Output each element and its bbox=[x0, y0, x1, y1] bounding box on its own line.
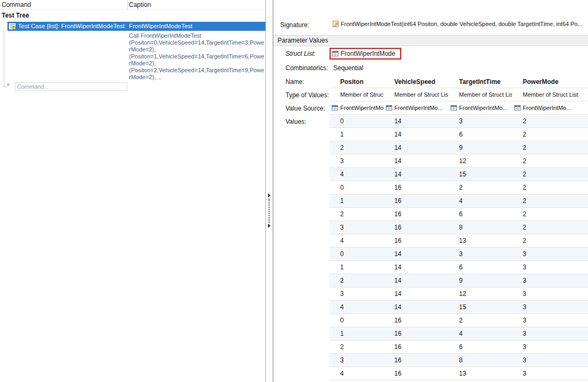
splitter-grip[interactable] bbox=[269, 199, 270, 223]
value-cell[interactable]: 3 bbox=[512, 248, 588, 261]
type-of-values-cell[interactable]: Member of Struct List bbox=[448, 88, 512, 101]
value-cell[interactable]: 2 bbox=[330, 341, 384, 354]
struct-list-value[interactable]: FrontWiperIntMode bbox=[330, 48, 401, 60]
value-cell[interactable]: 3 bbox=[512, 367, 588, 380]
value-cell[interactable]: 2 bbox=[448, 314, 512, 327]
value-cell[interactable]: 2 bbox=[330, 141, 384, 155]
splitter-collapse-arrow[interactable] bbox=[268, 193, 271, 198]
value-source-cell[interactable]: FrontWiperIntMo... bbox=[330, 101, 384, 115]
new-command-input[interactable]: Command... bbox=[15, 82, 127, 91]
value-cell[interactable]: 16 bbox=[384, 194, 448, 208]
value-cell[interactable]: 0 bbox=[330, 181, 384, 194]
value-source-label: Value Source: bbox=[273, 101, 330, 115]
value-cell[interactable]: 1 bbox=[330, 194, 384, 208]
tree-node-test-case[interactable]: Test Case [list]: FrontWiperIntModeTest … bbox=[7, 22, 265, 31]
value-cell[interactable]: 2 bbox=[512, 221, 588, 234]
type-of-values-cell[interactable]: Member of Struct List bbox=[330, 88, 384, 101]
value-cell[interactable]: 12 bbox=[448, 155, 512, 168]
value-cell[interactable]: 1 bbox=[330, 261, 384, 274]
value-cell[interactable]: 2 bbox=[448, 181, 512, 194]
value-cell[interactable]: 16 bbox=[384, 208, 448, 221]
value-cell[interactable]: 0 bbox=[330, 314, 384, 327]
value-cell[interactable]: 3 bbox=[512, 354, 588, 367]
value-cell[interactable]: 2 bbox=[512, 234, 588, 248]
value-cell[interactable]: 4 bbox=[448, 194, 512, 208]
value-cell[interactable]: 14 bbox=[384, 287, 448, 301]
value-cell[interactable]: 14 bbox=[384, 141, 448, 155]
value-source-cell[interactable]: FrontWiperIntMo... bbox=[384, 101, 448, 115]
value-cell[interactable]: 8 bbox=[448, 221, 512, 234]
value-cell[interactable]: 2 bbox=[512, 115, 588, 128]
value-cell[interactable]: 4 bbox=[448, 327, 512, 341]
value-cell[interactable]: 6 bbox=[448, 261, 512, 274]
value-cell[interactable]: 3 bbox=[330, 155, 384, 168]
value-cell[interactable]: 8 bbox=[448, 354, 512, 367]
value-cell[interactable]: 16 bbox=[384, 354, 448, 367]
value-cell[interactable]: 3 bbox=[512, 314, 588, 327]
value-cell[interactable]: 3 bbox=[512, 274, 588, 287]
panel-splitter[interactable] bbox=[266, 0, 273, 382]
value-cell[interactable]: 14 bbox=[384, 301, 448, 314]
value-cell[interactable]: 9 bbox=[448, 274, 512, 287]
value-cell[interactable]: 2 bbox=[330, 208, 384, 221]
value-cell[interactable]: 9 bbox=[448, 141, 512, 155]
value-cell[interactable]: 6 bbox=[448, 341, 512, 354]
value-cell[interactable]: 3 bbox=[512, 301, 588, 314]
column-separator[interactable] bbox=[127, 0, 128, 10]
values-row: 01623 bbox=[273, 314, 588, 327]
value-cell[interactable]: 3 bbox=[448, 115, 512, 128]
value-cell[interactable]: 6 bbox=[448, 128, 512, 141]
value-cell[interactable]: 4 bbox=[330, 301, 384, 314]
value-cell[interactable]: 16 bbox=[384, 341, 448, 354]
value-cell[interactable]: 13 bbox=[448, 234, 512, 248]
value-cell[interactable]: 4 bbox=[330, 168, 384, 181]
value-cell[interactable]: 16 bbox=[384, 221, 448, 234]
value-cell[interactable]: 0 bbox=[330, 115, 384, 128]
value-cell[interactable]: 3 bbox=[330, 354, 384, 367]
value-cell[interactable]: 12 bbox=[448, 287, 512, 301]
value-cell[interactable]: 16 bbox=[384, 234, 448, 248]
value-cell[interactable]: 14 bbox=[384, 248, 448, 261]
value-cell[interactable]: 14 bbox=[384, 261, 448, 274]
combinatorics-value[interactable]: Sequential bbox=[333, 64, 364, 72]
value-cell[interactable]: 3 bbox=[512, 287, 588, 301]
value-cell[interactable]: 3 bbox=[330, 287, 384, 301]
value-cell[interactable]: 2 bbox=[512, 155, 588, 168]
value-cell[interactable]: 1 bbox=[330, 128, 384, 141]
value-cell[interactable]: 14 bbox=[384, 155, 448, 168]
value-cell[interactable]: 3 bbox=[512, 341, 588, 354]
tree-root-title[interactable]: Test Tree bbox=[2, 12, 29, 19]
value-cell[interactable]: 6 bbox=[448, 208, 512, 221]
type-of-values-cell[interactable]: Member of Struct List bbox=[512, 88, 588, 101]
value-source-cell[interactable]: FrontWiperIntMo... bbox=[512, 101, 588, 115]
splitter-collapse-arrow[interactable] bbox=[268, 224, 271, 228]
value-cell[interactable]: 2 bbox=[330, 274, 384, 287]
value-cell[interactable]: 15 bbox=[448, 168, 512, 181]
value-cell[interactable]: 2 bbox=[512, 128, 588, 141]
value-cell[interactable]: 14 bbox=[384, 274, 448, 287]
value-cell[interactable]: 2 bbox=[512, 168, 588, 181]
value-cell[interactable]: 14 bbox=[384, 168, 448, 181]
value-cell[interactable]: 15 bbox=[448, 301, 512, 314]
value-cell[interactable]: 3 bbox=[330, 221, 384, 234]
value-cell[interactable]: 3 bbox=[512, 261, 588, 274]
value-cell[interactable]: 13 bbox=[448, 367, 512, 380]
value-cell[interactable]: 3 bbox=[448, 248, 512, 261]
value-cell[interactable]: 14 bbox=[384, 115, 448, 128]
value-cell[interactable]: 3 bbox=[512, 327, 588, 341]
value-cell[interactable]: 16 bbox=[384, 327, 448, 341]
value-cell[interactable]: 4 bbox=[330, 234, 384, 248]
value-cell[interactable]: 2 bbox=[512, 181, 588, 194]
value-cell[interactable]: 2 bbox=[512, 194, 588, 208]
value-cell[interactable]: 2 bbox=[512, 208, 588, 221]
value-cell[interactable]: 16 bbox=[384, 181, 448, 194]
value-cell[interactable]: 2 bbox=[512, 141, 588, 155]
value-cell[interactable]: 16 bbox=[384, 314, 448, 327]
value-source-cell[interactable]: FrontWiperIntMo... bbox=[448, 101, 512, 115]
value-cell[interactable]: 16 bbox=[384, 367, 448, 380]
type-of-values-cell[interactable]: Member of Struct List bbox=[384, 88, 448, 101]
value-cell[interactable]: 4 bbox=[330, 367, 384, 380]
value-cell[interactable]: 1 bbox=[330, 327, 384, 341]
value-cell[interactable]: 0 bbox=[330, 248, 384, 261]
value-cell[interactable]: 14 bbox=[384, 128, 448, 141]
